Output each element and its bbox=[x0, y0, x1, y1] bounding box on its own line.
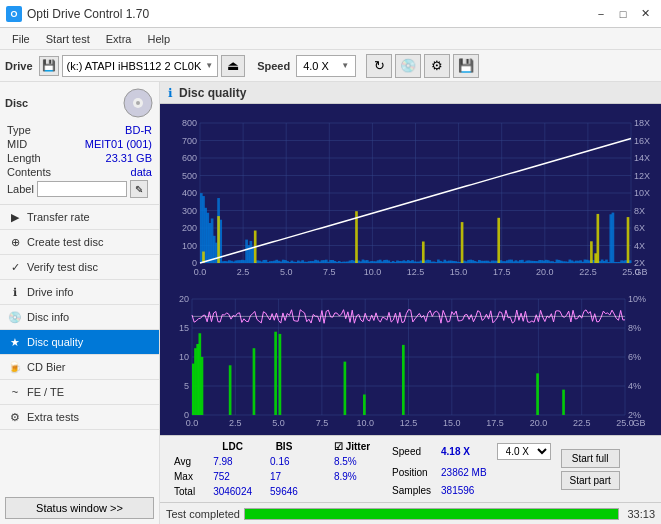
speed-dropdown[interactable]: 4.0 X ▼ bbox=[296, 55, 356, 77]
disc-section: Disc Type BD-R MID MEIT01 (001) Length 2… bbox=[0, 82, 159, 205]
sidebar-item-cd-bier[interactable]: 🍺 CD Bier bbox=[0, 355, 159, 380]
disc-mid-row: MID MEIT01 (001) bbox=[5, 137, 154, 151]
speed-arrow: ▼ bbox=[341, 61, 349, 70]
drive-dropdown[interactable]: (k:) ATAPI iHBS112 2 CL0K ▼ bbox=[62, 55, 219, 77]
sidebar-item-disc-quality[interactable]: ★ Disc quality bbox=[0, 330, 159, 355]
panel-icon: ℹ bbox=[168, 86, 173, 100]
disc-quality-icon: ★ bbox=[8, 335, 22, 349]
status-window-button[interactable]: Status window >> bbox=[5, 497, 154, 519]
menubar: File Start test Extra Help bbox=[0, 28, 661, 50]
menu-help[interactable]: Help bbox=[139, 31, 178, 47]
action-buttons: Start full Start part bbox=[557, 438, 624, 500]
speed-combo-select[interactable]: 4.0 X 2.0 X 1.0 X bbox=[497, 443, 551, 460]
disc-label-row: Label ✎ bbox=[5, 179, 154, 199]
progress-bar-fill bbox=[245, 509, 618, 519]
sidebar: Disc Type BD-R MID MEIT01 (001) Length 2… bbox=[0, 82, 160, 524]
ldc-chart bbox=[162, 106, 659, 283]
drive-label: Drive bbox=[5, 60, 33, 72]
panel-header: ℹ Disc quality bbox=[160, 82, 661, 104]
minimize-button[interactable]: − bbox=[591, 5, 611, 23]
fe-te-icon: ~ bbox=[8, 385, 22, 399]
drive-icon: 💾 bbox=[39, 56, 59, 76]
titlebar: O Opti Drive Control 1.70 − □ ✕ bbox=[0, 0, 661, 28]
statusbar: Test completed 33:13 bbox=[160, 502, 661, 524]
panel-title: Disc quality bbox=[179, 86, 246, 100]
save-button[interactable]: 💾 bbox=[453, 54, 479, 78]
disc-contents-row: Contents data bbox=[5, 165, 154, 179]
disc-header: Disc bbox=[5, 87, 154, 119]
start-full-button[interactable]: Start full bbox=[561, 449, 620, 468]
eject-button[interactable]: ⏏ bbox=[221, 55, 245, 77]
close-button[interactable]: ✕ bbox=[635, 5, 655, 23]
sidebar-item-verify-test-disc[interactable]: ✓ Verify test disc bbox=[0, 255, 159, 280]
create-test-icon: ⊕ bbox=[8, 235, 22, 249]
sidebar-item-fe-te[interactable]: ~ FE / TE bbox=[0, 380, 159, 405]
disc-info-icon: 💿 bbox=[8, 310, 22, 324]
drive-info-icon: ℹ bbox=[8, 285, 22, 299]
disc-title: Disc bbox=[5, 97, 28, 109]
disc-type-row: Type BD-R bbox=[5, 123, 154, 137]
sidebar-item-disc-info[interactable]: 💿 Disc info bbox=[0, 305, 159, 330]
drive-dropdown-arrow: ▼ bbox=[205, 61, 213, 70]
start-part-button[interactable]: Start part bbox=[561, 471, 620, 490]
disc-button[interactable]: 💿 bbox=[395, 54, 421, 78]
bis-jitter-chart bbox=[162, 285, 659, 433]
refresh-button[interactable]: ↻ bbox=[366, 54, 392, 78]
disc-image-icon bbox=[122, 87, 154, 119]
transfer-rate-icon: ▶ bbox=[8, 210, 22, 224]
speed-label: Speed bbox=[257, 60, 290, 72]
app-icon: O bbox=[6, 6, 22, 22]
chart1-container: LDC Read speed Write speed bbox=[162, 106, 659, 283]
app-title: Opti Drive Control 1.70 bbox=[27, 7, 149, 21]
menu-extra[interactable]: Extra bbox=[98, 31, 140, 47]
verify-icon: ✓ bbox=[8, 260, 22, 274]
drivebar: Drive 💾 (k:) ATAPI iHBS112 2 CL0K ▼ ⏏ Sp… bbox=[0, 50, 661, 82]
menu-file[interactable]: File bbox=[4, 31, 38, 47]
menu-start-test[interactable]: Start test bbox=[38, 31, 98, 47]
stats-table: LDC BIS ☑ Jitter Avg 7.98 0.16 8.5% Max … bbox=[164, 438, 380, 500]
sidebar-item-extra-tests[interactable]: ⚙ Extra tests bbox=[0, 405, 159, 430]
cd-bier-icon: 🍺 bbox=[8, 360, 22, 374]
chart2-container: BIS Jitter bbox=[162, 285, 659, 433]
sidebar-item-drive-info[interactable]: ℹ Drive info bbox=[0, 280, 159, 305]
sidebar-item-transfer-rate[interactable]: ▶ Transfer rate bbox=[0, 205, 159, 230]
disc-label-input[interactable] bbox=[37, 181, 127, 197]
status-time: 33:13 bbox=[627, 508, 655, 520]
window-controls: − □ ✕ bbox=[591, 5, 655, 23]
charts-area: LDC Read speed Write speed bbox=[160, 104, 661, 435]
status-text: Test completed bbox=[166, 508, 240, 520]
progress-bar bbox=[244, 508, 619, 520]
sidebar-item-create-test-disc[interactable]: ⊕ Create test disc bbox=[0, 230, 159, 255]
label-edit-button[interactable]: ✎ bbox=[130, 180, 148, 198]
speed-stats-table: Speed 4.18 X 4.0 X 2.0 X 1.0 X Position … bbox=[386, 438, 557, 500]
disc-length-row: Length 23.31 GB bbox=[5, 151, 154, 165]
content-area: ℹ Disc quality LDC Read speed bbox=[160, 82, 661, 524]
maximize-button[interactable]: □ bbox=[613, 5, 633, 23]
main-layout: Disc Type BD-R MID MEIT01 (001) Length 2… bbox=[0, 82, 661, 524]
svg-point-2 bbox=[136, 101, 140, 105]
bottom-stats: LDC BIS ☑ Jitter Avg 7.98 0.16 8.5% Max … bbox=[160, 435, 661, 502]
titlebar-left: O Opti Drive Control 1.70 bbox=[6, 6, 149, 22]
settings-button[interactable]: ⚙ bbox=[424, 54, 450, 78]
extra-tests-icon: ⚙ bbox=[8, 410, 22, 424]
toolbar-icons: ↻ 💿 ⚙ 💾 bbox=[366, 54, 479, 78]
